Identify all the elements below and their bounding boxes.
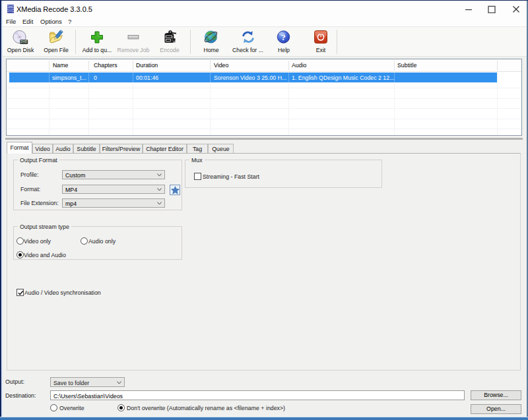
selection-column-line — [210, 73, 211, 82]
browse-button[interactable]: Browse... — [471, 390, 521, 400]
blue-star-icon — [171, 186, 180, 195]
audio-only-label: Audio only — [88, 238, 116, 245]
cell-duration: 00:01:46 — [136, 75, 158, 81]
format-select[interactable]: MP4 — [62, 185, 165, 194]
column-header-duration[interactable]: Duration — [136, 62, 158, 69]
open-file-button[interactable]: Open File — [40, 28, 73, 56]
av-sync-label: Audio / Video synchronisation — [24, 289, 101, 297]
tab-tag[interactable]: Tag — [187, 144, 208, 154]
tab-format[interactable]: Format — [7, 142, 32, 154]
grid-row-line — [7, 88, 521, 88]
column-separator[interactable] — [133, 61, 133, 71]
remove-job-button[interactable]: Remove Job — [117, 28, 150, 56]
dont-overwrite-radio[interactable] — [117, 404, 125, 411]
video-and-audio-label: Video and Audio — [24, 252, 66, 259]
film-camera-icon — [162, 30, 178, 45]
open-button[interactable]: Open... — [471, 404, 521, 414]
group-label: Output Format — [18, 157, 59, 164]
window-border-left-glow — [1, 1, 3, 417]
add-to-queue-button[interactable]: Add to qu... — [79, 28, 115, 56]
toolbar-button-label: Encode — [159, 47, 180, 54]
column-separator[interactable] — [288, 61, 289, 71]
open-disk-button[interactable]: DVD Open Disk — [3, 28, 38, 56]
window-title: XMedia Recode 3.3.0.5 — [16, 5, 92, 13]
toolbar-button-label: Home — [197, 47, 226, 54]
column-separator[interactable] — [210, 61, 211, 71]
av-sync-checkbox[interactable] — [16, 289, 24, 296]
tab-subtitle[interactable]: Subtitle — [73, 144, 100, 154]
tab-video[interactable]: Video — [32, 144, 53, 154]
output-format-group: Output Format Profile: Custom Format: MP… — [13, 160, 182, 210]
toolbar-separator — [75, 30, 76, 54]
toolbar-button-label: Open File — [40, 47, 73, 54]
tab-queue[interactable]: Queue — [208, 144, 234, 154]
audio-only-radio[interactable] — [81, 237, 88, 245]
close-button[interactable] — [512, 5, 520, 13]
maximize-button[interactable] — [488, 5, 496, 13]
home-button[interactable]: Home — [197, 28, 226, 56]
chevron-down-icon — [117, 381, 121, 384]
column-header-chapters[interactable]: Chapters — [94, 62, 117, 69]
streaming-fast-start-label: Streaming - Fast Start — [203, 173, 259, 181]
column-separator[interactable] — [49, 61, 50, 71]
grid-row-line — [7, 98, 521, 99]
tab-chapter-editor[interactable]: Chapter Editor — [143, 144, 187, 154]
dont-overwrite-label: Don't overwrite (Automatically rename as… — [127, 405, 285, 412]
toolbar-separator — [190, 30, 191, 54]
column-header-name[interactable]: Name — [53, 62, 68, 69]
job-row-selected[interactable]: simpsons_t... 0 00:01:46 Sorenson Video … — [9, 73, 497, 82]
green-plus-icon — [89, 30, 105, 45]
check-for-updates-button[interactable]: Check for ... — [230, 28, 265, 56]
grid-row-line — [7, 119, 521, 119]
menu-edit[interactable]: Edit — [22, 18, 33, 25]
profile-label: Profile: — [20, 171, 38, 179]
file-extension-select[interactable]: mp4 — [62, 198, 165, 208]
minimize-button[interactable] — [465, 5, 473, 13]
tab-filters-preview[interactable]: Filters/Preview — [100, 144, 143, 154]
menu-help[interactable]: ? — [68, 18, 71, 25]
toolbar-button-label: Open Disk — [3, 47, 38, 54]
selection-column-line — [133, 73, 133, 82]
menu-file[interactable]: File — [6, 18, 16, 25]
column-separator[interactable] — [88, 61, 89, 71]
radio-dot — [18, 253, 22, 256]
chevron-down-icon — [157, 173, 162, 177]
column-header-subtitle[interactable]: Subtitle — [397, 62, 416, 69]
question-sphere-icon: ? — [276, 30, 292, 45]
destination-input[interactable]: C:\Users\Sebastian\Videos — [50, 390, 465, 400]
window-border-bottom — [0, 417, 528, 420]
chevron-down-icon — [157, 202, 162, 205]
output-mode-value: Save to folder — [53, 380, 89, 386]
video-and-audio-radio[interactable] — [16, 251, 24, 258]
globe-icon — [203, 30, 219, 45]
profile-select[interactable]: Custom — [62, 170, 165, 179]
column-header-video[interactable]: Video — [214, 62, 228, 69]
checkmark-icon — [17, 289, 24, 297]
menu-options[interactable]: Options — [40, 18, 62, 25]
selection-column-line — [49, 73, 50, 82]
encode-button[interactable]: Encode — [159, 28, 180, 56]
file-extension-value: mp4 — [65, 200, 77, 207]
output-mode-select[interactable]: Save to folder — [50, 377, 125, 387]
radio-dot — [119, 406, 123, 409]
video-only-radio[interactable] — [16, 237, 24, 245]
selection-column-line — [88, 73, 89, 82]
pane-splitter[interactable] — [5, 138, 523, 140]
exit-button[interactable]: Exit — [311, 28, 331, 56]
help-button[interactable]: ? Help — [273, 28, 294, 56]
selection-column-line — [288, 73, 289, 82]
favorite-format-button[interactable] — [170, 185, 180, 195]
grid-column-line — [497, 72, 498, 135]
overwrite-radio[interactable] — [50, 404, 57, 411]
column-separator[interactable] — [497, 61, 498, 71]
column-header-audio[interactable]: Audio — [292, 62, 307, 69]
gray-minus-icon — [125, 30, 141, 45]
power-button-icon — [313, 30, 329, 45]
tab-audio[interactable]: Audio — [53, 144, 73, 154]
toolbar-button-label: Remove Job — [117, 47, 150, 54]
format-tab-panel: Output Format Profile: Custom Format: MP… — [7, 153, 521, 371]
column-separator[interactable] — [394, 61, 395, 71]
streaming-fast-start-checkbox[interactable] — [194, 173, 201, 180]
app-icon — [7, 5, 14, 13]
cell-audio: 1. English QDesign Music Codec 2 12... — [292, 75, 395, 81]
